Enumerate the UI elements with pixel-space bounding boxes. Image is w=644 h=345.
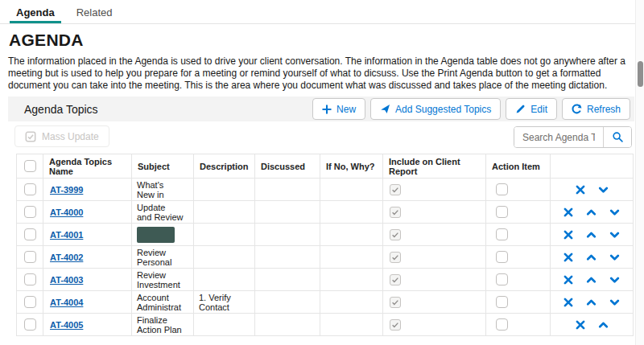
edit-button-label: Edit: [530, 104, 547, 115]
col-if-no-why: If No, Why?: [320, 154, 383, 179]
row-select-checkbox[interactable]: [24, 228, 36, 240]
move-up-button[interactable]: [598, 320, 609, 330]
refresh-button[interactable]: Refresh: [562, 98, 630, 120]
tab-agenda-label: Agenda: [16, 6, 55, 18]
topic-name-link[interactable]: AT-4000: [50, 207, 83, 217]
move-down-button[interactable]: [609, 230, 620, 240]
row-select-checkbox[interactable]: [24, 318, 36, 331]
remove-topic-button[interactable]: [564, 207, 573, 217]
scrollbar-thumb[interactable]: [638, 61, 643, 87]
include-checkbox[interactable]: [390, 207, 401, 218]
action-item-checkbox[interactable]: [496, 273, 508, 285]
topic-name-link[interactable]: AT-4005: [50, 320, 83, 330]
tab-related-label: Related: [76, 6, 113, 18]
include-checkbox[interactable]: [390, 319, 401, 331]
tab-agenda[interactable]: Agenda: [10, 2, 61, 23]
mass-update-button[interactable]: Mass Update: [14, 125, 109, 147]
row-select-checkbox[interactable]: [24, 251, 36, 263]
action-item-checkbox[interactable]: [496, 206, 508, 218]
topic-name-link[interactable]: AT-4002: [50, 253, 83, 262]
remove-topic-button[interactable]: [576, 320, 585, 330]
subject-text: Finalize Action Plan: [137, 315, 182, 335]
close-icon: [576, 185, 585, 195]
search-icon: [612, 131, 624, 143]
action-item-checkbox[interactable]: [496, 183, 508, 195]
agenda-table-body: AT-3999 What's New in: [17, 179, 634, 336]
topic-name-link[interactable]: AT-4001: [50, 230, 83, 240]
remove-topic-button[interactable]: [564, 230, 573, 240]
include-checkbox[interactable]: [390, 229, 401, 240]
remove-topic-button[interactable]: [576, 185, 585, 195]
move-down-button[interactable]: [598, 185, 609, 195]
subject-text: Account Administrat: [137, 293, 181, 312]
agenda-topics-table: Agenda Topics Name Subject Description D…: [16, 154, 634, 336]
table-row: AT-4005 Finalize Action Plan: [17, 314, 634, 336]
move-up-button[interactable]: [586, 230, 597, 240]
row-select-checkbox[interactable]: [24, 206, 36, 218]
plus-icon: [322, 105, 332, 114]
page-description: The information placed in the Agenda is …: [8, 55, 628, 92]
move-up-button[interactable]: [586, 298, 597, 307]
action-item-checkbox[interactable]: [496, 251, 508, 263]
move-up-button[interactable]: [586, 253, 597, 262]
select-all-checkbox[interactable]: [24, 160, 36, 172]
subject-text: What's New in: [137, 180, 164, 199]
topic-name-link[interactable]: AT-4004: [50, 298, 83, 307]
add-suggested-topics-label: Add Suggested Topics: [395, 104, 491, 115]
topic-name-link[interactable]: AT-4003: [50, 275, 83, 285]
add-suggested-topics-button[interactable]: Add Suggested Topics: [370, 98, 501, 120]
table-row: AT-4001: [17, 224, 634, 246]
row-select-checkbox[interactable]: [24, 296, 36, 308]
include-checkbox[interactable]: [390, 274, 401, 285]
include-checkbox[interactable]: [390, 252, 401, 263]
col-description: Description: [194, 154, 255, 179]
include-checkbox[interactable]: [390, 184, 401, 195]
remove-topic-button[interactable]: [564, 275, 573, 285]
move-up-button[interactable]: [586, 207, 597, 217]
action-item-checkbox[interactable]: [496, 296, 508, 308]
table-header-row: Agenda Topics Name Subject Description D…: [17, 154, 634, 179]
search-button[interactable]: [603, 127, 631, 147]
remove-topic-button[interactable]: [564, 253, 573, 262]
row-select-checkbox[interactable]: [24, 183, 36, 195]
new-button[interactable]: New: [312, 98, 365, 120]
check-icon: [391, 276, 399, 284]
chevron-up-icon: [598, 320, 609, 330]
chevron-up-icon: [586, 230, 597, 240]
check-icon: [391, 253, 399, 261]
table-row: AT-4003 Review Investment: [17, 269, 634, 291]
col-actions: [551, 154, 634, 179]
topic-name-link[interactable]: AT-3999: [50, 185, 83, 195]
tab-related[interactable]: Related: [70, 2, 119, 23]
action-item-checkbox[interactable]: [496, 318, 508, 331]
chevron-up-icon: [586, 253, 597, 262]
table-row: AT-4004 Account Administrat 1. Verify Co…: [17, 291, 634, 314]
section-title: Agenda Topics: [24, 103, 308, 116]
col-include-on-client-report: Include on Client Report: [383, 154, 486, 179]
move-down-button[interactable]: [609, 298, 620, 307]
move-down-button[interactable]: [609, 275, 620, 285]
move-down-button[interactable]: [609, 207, 620, 217]
col-subject: Subject: [132, 154, 194, 179]
close-icon: [564, 298, 573, 307]
table-row: AT-4000 Update and Review: [17, 201, 634, 224]
remove-topic-button[interactable]: [564, 298, 573, 307]
refresh-button-label: Refresh: [587, 104, 621, 115]
close-icon: [564, 207, 573, 217]
pencil-icon: [515, 104, 526, 114]
edit-button[interactable]: Edit: [506, 98, 557, 120]
checkbox-check-icon: [25, 131, 36, 142]
action-item-checkbox[interactable]: [496, 228, 508, 240]
page-scrollbar[interactable]: [635, 0, 644, 345]
check-icon: [391, 186, 399, 194]
tab-bar: Agenda Related: [0, 0, 644, 24]
chevron-down-icon: [609, 275, 620, 285]
search-input[interactable]: [514, 127, 603, 147]
redacted-subject-box: [137, 227, 175, 243]
table-row: AT-3999 What's New in: [17, 179, 634, 201]
row-select-checkbox[interactable]: [24, 273, 36, 285]
refresh-icon: [572, 104, 582, 114]
move-up-button[interactable]: [586, 275, 597, 285]
move-down-button[interactable]: [609, 253, 620, 262]
include-checkbox[interactable]: [390, 297, 401, 308]
